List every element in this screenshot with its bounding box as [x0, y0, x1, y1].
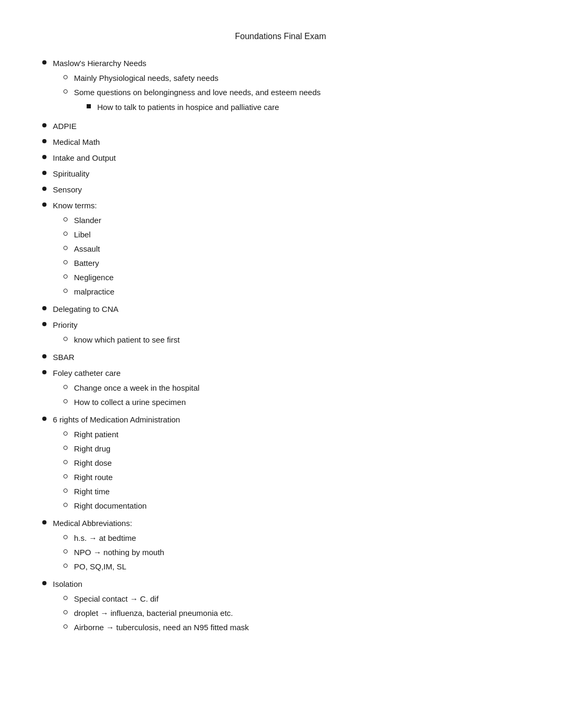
list-item: NPO → nothing by mouth — [63, 546, 519, 559]
bullet-circle-icon — [63, 474, 68, 478]
list-item-label: Assault — [74, 243, 519, 255]
list-item: Airborne → tuberculosis, need an N95 fit… — [63, 621, 519, 634]
list-item: Right documentation — [63, 500, 519, 512]
bullet-square-icon — [87, 104, 91, 108]
bullet-circle-icon — [63, 446, 68, 450]
list-item: How to collect a urine specimen — [63, 396, 519, 409]
list-item: malpractice — [63, 285, 519, 298]
list-item-label: h.s. → at bedtime — [74, 532, 519, 545]
bullet-filled-icon — [42, 139, 46, 143]
main-list-item-label: Know terms:SlanderLibelAssaultBatteryNeg… — [53, 199, 519, 300]
bullet-circle-icon — [63, 217, 68, 222]
list-item-label: Right patient — [74, 428, 519, 441]
main-list-item: Know terms:SlanderLibelAssaultBatteryNeg… — [42, 199, 519, 300]
bullet-circle-icon — [63, 596, 68, 600]
main-list-item-label: Delegating to CNA — [53, 303, 519, 316]
main-list-item: Medical Math — [42, 136, 519, 149]
list-item: Battery — [63, 257, 519, 270]
bullet-circle-icon — [63, 385, 68, 389]
list-item-label: PO, SQ,IM, SL — [74, 560, 519, 573]
main-list-item: Medical Abbreviations:h.s. → at bedtimeN… — [42, 517, 519, 575]
bullet-filled-icon — [42, 520, 46, 524]
list-item: Some questions on belongingness and love… — [63, 86, 519, 115]
bullet-circle-icon — [63, 535, 68, 539]
main-list-item: 6 rights of Medication AdministrationRig… — [42, 413, 519, 514]
list-item: Special contact → C. dif — [63, 593, 519, 605]
bullet-filled-icon — [42, 187, 46, 191]
bullet-filled-icon — [42, 354, 46, 358]
list-item: Negligence — [63, 271, 519, 284]
bullet-filled-icon — [42, 322, 46, 326]
list-item: PO, SQ,IM, SL — [63, 560, 519, 573]
bullet-filled-icon — [42, 60, 46, 64]
list-item: Right drug — [63, 443, 519, 455]
list-item-label: Slander — [74, 214, 519, 227]
list-item: Right patient — [63, 428, 519, 441]
bullet-filled-icon — [42, 581, 46, 585]
list-item: droplet → influenza, bacterial pneumonia… — [63, 607, 519, 620]
bullet-circle-icon — [63, 289, 68, 293]
bullet-circle-icon — [63, 431, 68, 436]
main-list-item-label: Medical Abbreviations:h.s. → at bedtimeN… — [53, 517, 519, 575]
main-list-item-label: Medical Math — [53, 136, 519, 149]
list-item: How to talk to patients in hospice and p… — [87, 101, 519, 114]
main-list-item-label: Foley catheter careChange once a week in… — [53, 367, 519, 410]
list-item-label: Right documentation — [74, 500, 519, 512]
bullet-filled-icon — [42, 306, 46, 310]
bullet-filled-icon — [42, 155, 46, 159]
list-item-label: malpractice — [74, 285, 519, 298]
list-item-label: Change once a week in the hospital — [74, 382, 519, 394]
main-list-item: Spirituality — [42, 168, 519, 180]
list-item-label: Negligence — [74, 271, 519, 284]
bullet-filled-icon — [42, 370, 46, 374]
main-list-item-label: Sensory — [53, 183, 519, 196]
main-list-item-label: IsolationSpecial contact → C. difdroplet… — [53, 578, 519, 635]
main-list-item-label: Intake and Output — [53, 152, 519, 164]
list-item: know which patient to see first — [63, 334, 519, 346]
main-list-item-label: SBAR — [53, 351, 519, 364]
list-item-label: How to talk to patients in hospice and p… — [97, 101, 519, 114]
main-list-item: Sensory — [42, 183, 519, 196]
main-list-item: SBAR — [42, 351, 519, 364]
list-item-label: Right dose — [74, 457, 519, 469]
page-title: Foundations Final Exam — [42, 32, 519, 41]
bullet-circle-icon — [63, 260, 68, 264]
list-item-label: know which patient to see first — [74, 334, 519, 346]
list-item-label: Mainly Physiological needs, safety needs — [74, 72, 519, 85]
bullet-circle-icon — [63, 399, 68, 403]
bullet-filled-icon — [42, 417, 46, 421]
bullet-circle-icon — [63, 337, 68, 341]
list-item-label: Some questions on belongingness and love… — [74, 86, 519, 115]
bullet-filled-icon — [42, 202, 46, 207]
bullet-filled-icon — [42, 171, 46, 175]
main-list-item-label: 6 rights of Medication AdministrationRig… — [53, 413, 519, 514]
list-item-label: NPO → nothing by mouth — [74, 546, 519, 559]
list-item-label: Battery — [74, 257, 519, 270]
bullet-circle-icon — [63, 232, 68, 236]
list-item-label: Libel — [74, 228, 519, 241]
bullet-circle-icon — [63, 610, 68, 614]
main-list-item: Intake and Output — [42, 152, 519, 164]
list-item: h.s. → at bedtime — [63, 532, 519, 545]
bullet-circle-icon — [63, 274, 68, 279]
list-item: Right time — [63, 485, 519, 498]
list-item-label: droplet → influenza, bacterial pneumonia… — [74, 607, 519, 620]
bullet-circle-icon — [63, 564, 68, 568]
main-list-item: Maslow's Hierarchy NeedsMainly Physiolog… — [42, 57, 519, 117]
main-list-item-label: Spirituality — [53, 168, 519, 180]
list-item: Change once a week in the hospital — [63, 382, 519, 394]
bullet-circle-icon — [63, 75, 68, 79]
list-item-label: Right route — [74, 471, 519, 484]
main-list-item: IsolationSpecial contact → C. difdroplet… — [42, 578, 519, 635]
main-list-item-label: ADPIE — [53, 120, 519, 133]
list-item-label: Airborne → tuberculosis, need an N95 fit… — [74, 621, 519, 634]
bullet-circle-icon — [63, 489, 68, 493]
bullet-circle-icon — [63, 503, 68, 507]
list-item-label: Right drug — [74, 443, 519, 455]
list-item-label: How to collect a urine specimen — [74, 396, 519, 409]
list-item: Assault — [63, 243, 519, 255]
list-item-label: Special contact → C. dif — [74, 593, 519, 605]
bullet-circle-icon — [63, 624, 68, 629]
list-item: Mainly Physiological needs, safety needs — [63, 72, 519, 85]
main-list-item: Delegating to CNA — [42, 303, 519, 316]
